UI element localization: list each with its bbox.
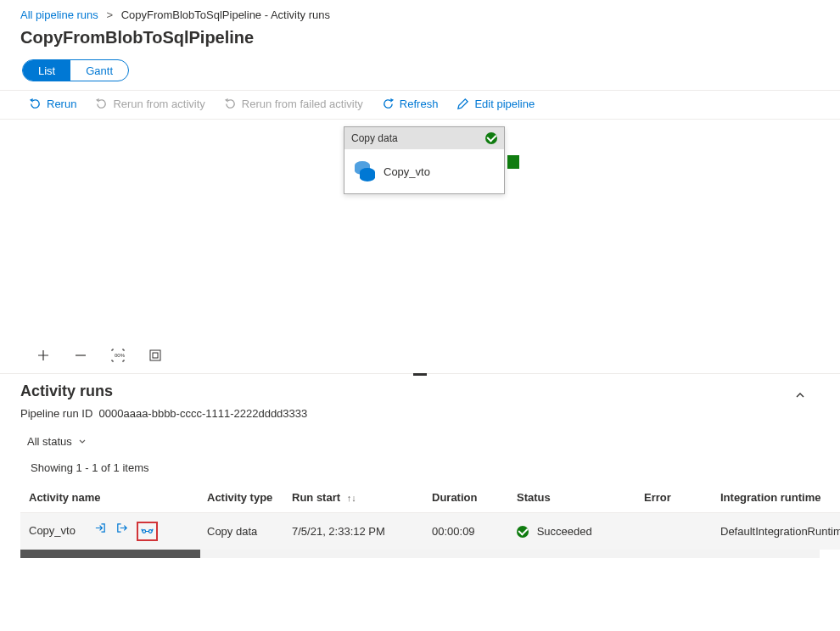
rerun-from-failed-button: Rerun from failed activity [224,98,363,110]
cell-status-text: Succeeded [537,525,592,538]
zoom-controls: 00% [36,348,163,363]
cell-error [636,513,712,550]
node-connector [507,155,519,169]
results-count: Showing 1 - 1 of 1 items [20,456,820,483]
cell-activity-type: Copy data [199,513,283,550]
sort-icon: ↑↓ [347,493,356,503]
fit-icon [148,349,162,362]
zoom-in-button[interactable] [36,348,51,363]
svg-rect-1 [150,350,160,360]
cell-activity-name: Copy_vto [29,524,76,537]
edit-icon [456,98,469,110]
col-activity-name[interactable]: Activity name [20,483,199,513]
details-button[interactable] [137,522,158,541]
success-icon [517,526,529,538]
col-integration-runtime[interactable]: Integration runtime [712,483,840,513]
run-id-label: Pipeline run ID [20,407,92,420]
col-run-start-label: Run start [292,491,340,504]
cell-duration: 00:00:09 [423,513,508,550]
rerun-button[interactable]: Rerun [29,98,76,110]
chevron-up-icon [794,389,806,401]
zoom-out-button[interactable] [73,348,88,363]
plus-icon [36,349,50,362]
collapse-section-button[interactable] [794,389,806,404]
zoom-100-icon: 00% [110,348,126,363]
glasses-icon [141,525,154,538]
toolbar: Rerun Rerun from activity Rerun from fai… [0,90,840,120]
view-toggle: List Gantt [22,59,129,81]
activity-runs-section: Activity runs Pipeline run ID 0000aaaa-b… [0,374,840,567]
activity-runs-title: Activity runs [20,383,820,400]
activity-node-body: Copy_vto [344,149,504,193]
refresh-label: Refresh [400,98,439,110]
cell-integration-runtime: DefaultIntegrationRuntime (Eas [712,513,840,550]
input-details-button[interactable] [94,522,107,541]
activity-node-name: Copy_vto [384,165,430,178]
breadcrumb-root-link[interactable]: All pipeline runs [20,8,98,21]
view-toggle-gantt[interactable]: Gantt [70,60,128,81]
edit-pipeline-button[interactable]: Edit pipeline [456,98,535,110]
rerun-from-activity-button: Rerun from activity [95,98,204,110]
col-error[interactable]: Error [636,483,712,513]
rerun-activity-label: Rerun from activity [113,98,204,110]
edit-label: Edit pipeline [474,98,535,110]
svg-rect-2 [153,353,158,358]
rerun-label: Rerun [47,98,76,110]
scrollbar-thumb[interactable] [20,550,200,558]
refresh-button[interactable]: Refresh [382,98,439,110]
status-filter-label: All status [27,435,72,448]
col-run-start[interactable]: Run start ↑↓ [283,483,423,513]
activity-node-header: Copy data [344,127,504,149]
col-status[interactable]: Status [508,483,636,513]
svg-text:00%: 00% [115,353,126,358]
rerun-failed-icon [224,98,237,110]
output-icon [115,522,128,534]
chevron-down-icon [77,437,87,447]
cell-status: Succeeded [508,513,636,550]
pipeline-run-id: Pipeline run ID 0000aaaa-bbbb-cccc-1111-… [20,407,820,420]
col-activity-type[interactable]: Activity type [199,483,283,513]
zoom-reset-button[interactable]: 00% [110,348,126,363]
status-filter-dropdown[interactable]: All status [20,432,94,456]
breadcrumb-current: CopyFromBlobToSqlPipeline - Activity run… [121,8,330,21]
input-icon [94,522,107,534]
breadcrumb-separator: > [106,8,113,21]
activity-node[interactable]: Copy data Copy_vto [344,126,505,194]
database-icon [355,161,375,181]
output-details-button[interactable] [115,522,128,541]
activity-node-type: Copy data [351,132,398,144]
success-icon [485,132,497,144]
refresh-icon [382,98,395,110]
col-duration[interactable]: Duration [423,483,508,513]
horizontal-scrollbar[interactable] [20,550,820,558]
cell-run-start: 7/5/21, 2:33:12 PM [283,513,423,550]
rerun-failed-label: Rerun from failed activity [242,98,363,110]
page-title: CopyFromBlobToSqlPipeline [0,26,840,56]
rerun-activity-icon [95,98,108,110]
table-row[interactable]: Copy_vto Copy data 7/5/21, 2:3 [20,513,840,550]
zoom-fit-button[interactable] [148,348,163,363]
minus-icon [74,349,87,362]
rerun-icon [29,98,42,110]
activity-runs-table: Activity name Activity type Run start ↑↓… [20,483,840,550]
run-id-value: 0000aaaa-bbbb-cccc-1111-2222dddd3333 [99,407,308,420]
breadcrumb: All pipeline runs > CopyFromBlobToSqlPip… [0,0,840,26]
view-toggle-list[interactable]: List [23,60,70,81]
pipeline-canvas[interactable]: Copy data Copy_vto 00% [0,120,840,374]
